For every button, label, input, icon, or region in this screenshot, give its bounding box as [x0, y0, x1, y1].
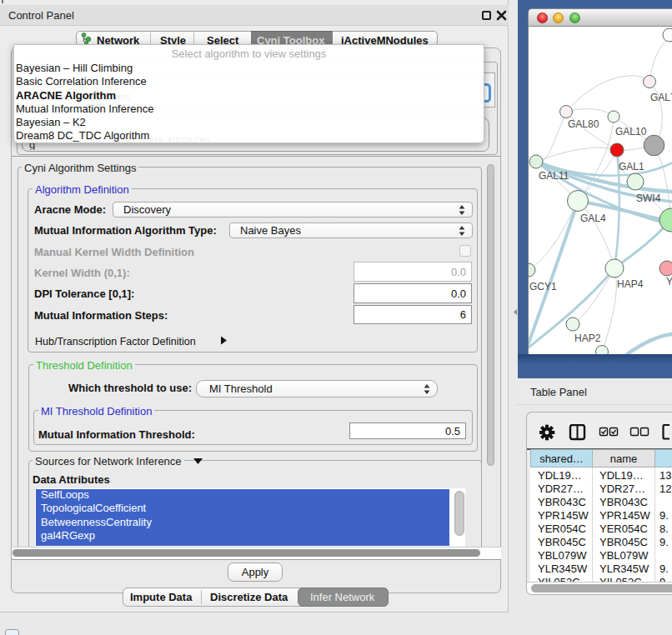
- svg-text:HAP2: HAP2: [574, 332, 601, 344]
- svg-text:GAL10: GAL10: [615, 126, 647, 138]
- svg-text:HAP4: HAP4: [617, 278, 644, 290]
- svg-text:SWI4: SWI4: [636, 192, 661, 204]
- svg-text:GCY1: GCY1: [529, 281, 557, 292]
- svg-text:GAL1: GAL1: [619, 161, 644, 172]
- svg-text:GAL11: GAL11: [539, 170, 569, 182]
- svg-text:GAL7: GAL7: [650, 92, 672, 103]
- svg-text:YM: YM: [666, 276, 672, 288]
- svg-text:GAL80: GAL80: [568, 118, 599, 130]
- svg-text:GAL4: GAL4: [580, 212, 606, 224]
